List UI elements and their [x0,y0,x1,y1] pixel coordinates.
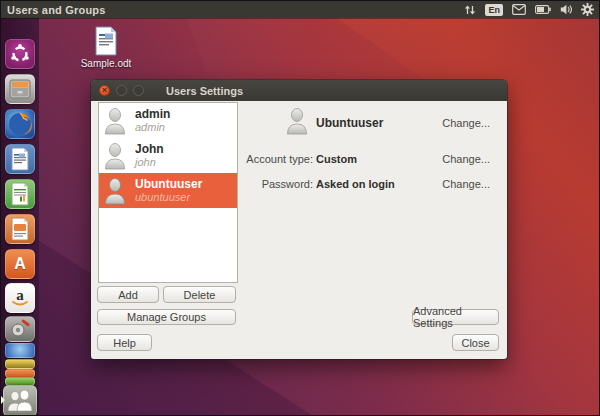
change-user-name-button[interactable]: Change... [442,117,490,129]
odt-document-icon [93,26,119,56]
user-avatar-icon [104,142,126,170]
add-button[interactable]: Add [97,286,159,303]
minimize-window-icon[interactable] [116,85,127,96]
user-username: admin [135,121,170,133]
libreoffice-impress-icon[interactable] [5,214,35,244]
stacked-app-yellow-icon[interactable] [5,359,35,369]
session-gear-icon[interactable] [581,3,594,16]
user-fullname: admin [135,108,170,121]
window-title: Users Settings [166,85,243,97]
amazon-letter: a [16,287,24,303]
account-type-value: Custom [316,153,357,165]
delete-button[interactable]: Delete [163,286,236,303]
help-button[interactable]: Help [97,334,152,351]
desktop-file-label: Sample.odt [77,58,135,69]
password-label: Password: [151,178,313,190]
user-row-admin[interactable]: admin admin [99,103,237,138]
account-type-label: Account type: [151,153,313,165]
user-list: admin admin John john [98,102,238,283]
users-and-groups-launcher-icon[interactable] [3,385,37,416]
active-window-title: Users and Groups [7,4,106,16]
mail-icon[interactable] [512,4,526,15]
firefox-icon[interactable] [5,109,35,139]
software-center-letter: A [14,255,26,273]
desktop-file-sample-odt[interactable]: Sample.odt [77,26,135,69]
advanced-settings-button[interactable]: Advanced Settings [412,309,499,325]
keyboard-layout-indicator[interactable]: En [485,4,503,16]
desktop-screen: Users and Groups En [0,0,600,416]
user-avatar-icon [104,107,126,135]
selected-user-name: Ubuntuuser [316,116,383,130]
stacked-app-blue-icon[interactable] [5,343,35,358]
ubuntu-logo-icon [9,43,31,65]
unity-launcher: A a [1,18,39,415]
indicator-area: En [464,1,594,18]
maximize-window-icon[interactable] [133,85,144,96]
close-button[interactable]: Close [452,334,499,351]
ubuntu-dash-button[interactable] [5,39,35,69]
selected-user-avatar-icon [286,106,308,140]
file-manager-icon[interactable] [5,74,35,104]
network-sync-arrows-icon[interactable] [464,4,476,16]
top-panel: Users and Groups En [1,1,599,18]
users-settings-window: × Users Settings admin admin [91,80,507,359]
window-titlebar[interactable]: × Users Settings [91,80,507,101]
password-value: Asked on login [316,178,395,190]
window-controls: × [99,85,144,96]
libreoffice-writer-icon[interactable] [5,144,35,174]
user-username: ubuntuuser [135,191,202,203]
close-window-icon[interactable]: × [99,85,110,96]
libreoffice-calc-icon[interactable] [5,179,35,209]
system-settings-icon[interactable] [5,316,35,342]
manage-groups-button[interactable]: Manage Groups [97,309,236,325]
running-app-arrow [1,396,5,404]
change-password-button[interactable]: Change... [442,178,490,190]
software-center-icon[interactable]: A [5,249,35,279]
amazon-icon[interactable]: a [5,283,35,313]
change-account-type-button[interactable]: Change... [442,153,490,165]
battery-icon[interactable] [535,5,551,14]
volume-icon[interactable] [560,4,572,15]
user-avatar-icon [104,177,126,205]
